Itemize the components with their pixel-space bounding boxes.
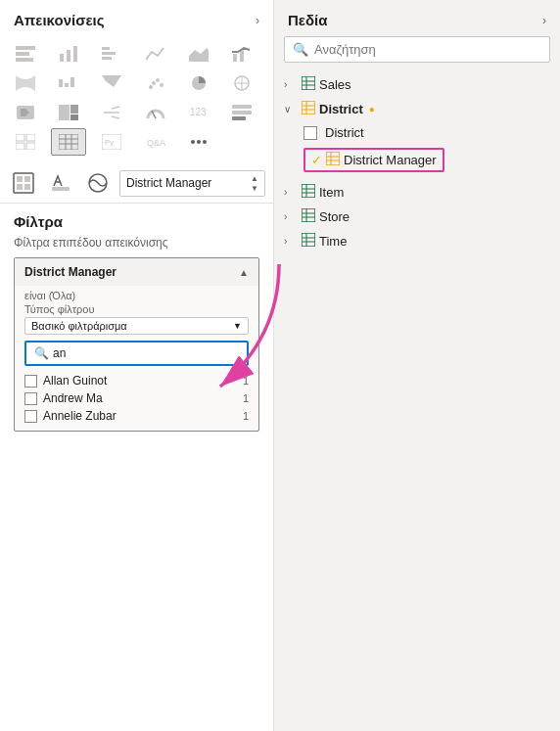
format-visual-icon[interactable] <box>45 167 76 199</box>
filter-item-checkbox-1[interactable] <box>24 375 37 388</box>
district-manager-table-icon <box>326 152 340 168</box>
filter-type-chevron: ▼ <box>233 321 242 331</box>
item-table-icon <box>302 184 315 201</box>
district-manager-highlight: ✓ District Manager <box>303 148 444 172</box>
viz-funnel[interactable] <box>94 69 129 97</box>
viz-bottom-bar: District Manager ▲ ▼ <box>0 163 273 204</box>
time-expand-icon: › <box>284 236 298 247</box>
viz-filled-map[interactable] <box>8 99 43 126</box>
svg-rect-68 <box>326 152 340 165</box>
filter-item-checkbox-2[interactable] <box>24 392 37 405</box>
viz-pie-chart[interactable] <box>181 69 216 97</box>
visualizations-expand-icon[interactable]: › <box>256 14 259 27</box>
analytics-icon[interactable] <box>82 167 114 199</box>
viz-qna[interactable]: Q&A <box>138 128 173 156</box>
svg-rect-5 <box>73 46 77 62</box>
svg-rect-60 <box>302 76 315 90</box>
district-field-checkbox <box>303 126 317 140</box>
svg-rect-41 <box>59 134 78 150</box>
item-expand-icon: › <box>284 187 298 198</box>
time-label: Time <box>319 234 347 249</box>
sales-table-icon <box>302 76 315 93</box>
viz-treemap[interactable] <box>51 99 86 126</box>
filter-is-value: είναι (Όλα) <box>24 290 249 301</box>
svg-rect-39 <box>16 143 24 150</box>
viz-bar-chart[interactable] <box>94 40 129 68</box>
store-expand-icon: › <box>284 211 298 222</box>
viz-stacked-bar[interactable] <box>8 40 43 68</box>
filter-item-count-1: 1 <box>243 375 249 387</box>
item-label: Item <box>319 185 344 200</box>
viz-matrix[interactable] <box>8 128 43 156</box>
filter-item-count-2: 1 <box>243 392 249 404</box>
filter-card-header[interactable]: District Manager ▲ <box>15 258 258 286</box>
svg-rect-13 <box>65 83 69 87</box>
svg-rect-54 <box>24 176 30 182</box>
filter-card-title: District Manager <box>24 265 117 279</box>
viz-area-chart[interactable] <box>181 40 216 68</box>
tree-item-district[interactable]: ∨ District ● <box>274 97 560 121</box>
viz-kpi[interactable]: 123 <box>181 99 216 126</box>
fields-title: Πεδία <box>288 12 327 28</box>
svg-rect-38 <box>26 134 35 141</box>
svg-rect-1 <box>16 52 29 56</box>
filter-item-count-3: 1 <box>243 410 249 422</box>
filter-type-label: Τύπος φίλτρου <box>24 303 249 315</box>
filter-item-label-3: Annelie Zubar <box>43 409 117 423</box>
tree-item-store[interactable]: › Store <box>274 205 560 229</box>
visualizations-title: Απεικονίσεις <box>14 12 105 28</box>
viz-smart-narrative[interactable]: Py <box>94 128 129 156</box>
fields-search-input[interactable] <box>314 42 541 57</box>
svg-rect-7 <box>102 52 116 55</box>
fields-search-icon: 🔍 <box>293 42 308 57</box>
svg-point-17 <box>156 78 160 82</box>
fields-expand-icon[interactable]: › <box>542 14 546 27</box>
viz-gauge[interactable] <box>138 99 173 126</box>
svg-rect-34 <box>232 105 252 109</box>
district-active-dot: ● <box>369 104 375 114</box>
field-dropdown[interactable]: District Manager ▲ ▼ <box>119 170 265 197</box>
svg-point-16 <box>149 85 153 89</box>
svg-rect-36 <box>232 116 246 120</box>
filter-search-input[interactable] <box>53 346 239 360</box>
filter-list-item: Andrew Ma 1 <box>24 389 249 407</box>
viz-line-chart[interactable] <box>138 40 173 68</box>
district-table-icon <box>302 101 315 117</box>
filter-card-collapse-icon[interactable]: ▲ <box>239 267 249 278</box>
filter-card-body: είναι (Όλα) Τύπος φίλτρου Βασικό φιλτράρ… <box>15 286 258 431</box>
svg-rect-35 <box>232 111 252 114</box>
tree-item-sales[interactable]: › Sales <box>274 72 560 97</box>
tree-item-item[interactable]: › Item <box>274 180 560 205</box>
filter-list-item: Annelie Zubar 1 <box>24 407 249 425</box>
visualizations-header: Απεικονίσεις › <box>0 0 273 36</box>
svg-rect-80 <box>302 233 315 247</box>
filter-list-item: Allan Guinot 1 <box>24 372 249 389</box>
viz-slicer[interactable] <box>224 99 259 126</box>
tree-item-district-field[interactable]: District <box>274 121 560 144</box>
viz-waterfall[interactable] <box>51 69 86 97</box>
tree-item-district-manager[interactable]: ✓ District Manager <box>274 144 560 176</box>
svg-rect-55 <box>17 184 23 190</box>
viz-column-chart[interactable] <box>51 40 86 68</box>
svg-rect-11 <box>240 50 244 62</box>
viz-combo-chart[interactable] <box>224 40 259 68</box>
svg-point-18 <box>160 83 163 87</box>
build-visual-icon[interactable] <box>8 167 39 199</box>
viz-decomp-tree[interactable] <box>94 99 129 126</box>
svg-point-51 <box>203 140 207 144</box>
svg-rect-72 <box>302 184 315 198</box>
filter-type-dropdown[interactable]: Βασικό φιλτράρισμα ▼ <box>24 317 249 335</box>
svg-line-29 <box>112 107 119 109</box>
viz-more[interactable] <box>181 128 216 156</box>
svg-rect-40 <box>26 143 35 150</box>
svg-rect-26 <box>70 105 78 114</box>
time-table-icon <box>302 233 315 250</box>
tree-item-time[interactable]: › Time <box>274 229 560 253</box>
viz-map[interactable] <box>224 69 259 97</box>
viz-scatter[interactable] <box>138 69 173 97</box>
filter-item-label-1: Allan Guinot <box>43 374 107 388</box>
district-manager-check-icon: ✓ <box>311 153 322 167</box>
viz-ribbon-chart[interactable] <box>8 69 43 97</box>
viz-table[interactable] <box>51 128 86 156</box>
filter-item-checkbox-3[interactable] <box>24 410 37 423</box>
